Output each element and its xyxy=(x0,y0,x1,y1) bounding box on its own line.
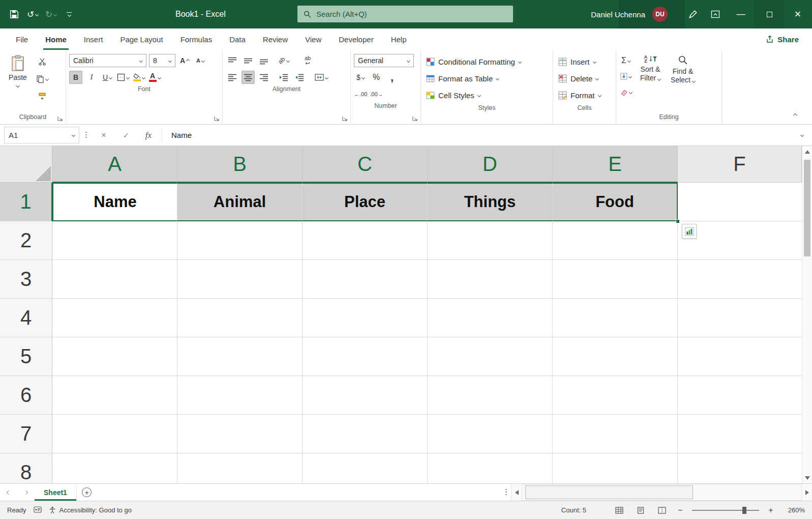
grid-cell[interactable] xyxy=(553,337,678,376)
tab-formulas[interactable]: Formulas xyxy=(172,28,221,50)
vertical-scrollbar[interactable] xyxy=(802,146,812,483)
cancel-entry-button[interactable]: × xyxy=(93,125,115,146)
grid-cell[interactable] xyxy=(303,337,428,376)
increase-decimal-button[interactable]: ←.00 xyxy=(354,88,367,101)
next-sheet-button[interactable] xyxy=(17,484,35,501)
search-input[interactable] xyxy=(316,10,507,18)
zoom-out-button[interactable]: − xyxy=(677,506,684,515)
row-header-2[interactable]: 2 xyxy=(0,221,52,260)
borders-button[interactable] xyxy=(116,71,130,84)
quick-analysis-button[interactable] xyxy=(682,224,697,239)
grid-cell[interactable] xyxy=(553,299,678,337)
cut-button[interactable] xyxy=(36,55,49,68)
cell-B1[interactable]: Animal xyxy=(177,183,303,221)
cell-E1[interactable]: Food xyxy=(553,183,678,221)
clipboard-dialog-launcher[interactable] xyxy=(57,114,64,121)
ribbon-display-options-button[interactable] xyxy=(704,0,727,28)
customize-quick-access-button[interactable] xyxy=(61,4,77,24)
accounting-format-button[interactable]: $ xyxy=(354,71,367,84)
orientation-button[interactable]: ab xyxy=(277,54,290,67)
grid-cell[interactable] xyxy=(678,299,802,337)
grid-cell[interactable] xyxy=(303,299,428,337)
column-header-D[interactable]: D xyxy=(428,146,553,183)
grid-cell[interactable] xyxy=(678,453,802,483)
percent-style-button[interactable]: % xyxy=(370,71,383,84)
cell-A1[interactable]: Name xyxy=(52,183,177,221)
collapse-ribbon-button[interactable] xyxy=(791,112,800,119)
decrease-indent-button[interactable] xyxy=(277,71,290,84)
fill-color-button[interactable] xyxy=(132,71,145,84)
insert-function-button[interactable]: fx xyxy=(137,125,160,146)
row-header-6[interactable]: 6 xyxy=(0,376,52,415)
grid-cell[interactable] xyxy=(52,221,177,260)
accessibility-status[interactable]: Accessibility: Good to go xyxy=(49,506,132,514)
grid-cell[interactable] xyxy=(553,453,678,483)
row-header-3[interactable]: 3 xyxy=(0,260,52,299)
increase-font-size-button[interactable]: A xyxy=(178,54,191,67)
decrease-font-size-button[interactable]: A xyxy=(194,54,207,67)
vertical-scroll-track[interactable] xyxy=(802,157,812,472)
bottom-align-button[interactable] xyxy=(257,54,270,67)
formula-bar-handle[interactable] xyxy=(79,125,93,146)
align-right-button[interactable] xyxy=(257,71,270,84)
grid-cell[interactable] xyxy=(428,221,553,260)
number-dialog-launcher[interactable] xyxy=(412,114,418,121)
grid-cell[interactable] xyxy=(52,299,177,337)
row-header-4[interactable]: 4 xyxy=(0,299,52,337)
new-sheet-button[interactable]: + xyxy=(77,484,97,501)
macro-record-button[interactable] xyxy=(34,506,42,514)
cell-D1[interactable]: Things xyxy=(428,183,553,221)
grid-cell[interactable] xyxy=(428,415,553,453)
undo-button[interactable]: ↺ xyxy=(24,4,41,24)
previous-sheet-button[interactable] xyxy=(0,484,17,501)
grid-cell[interactable] xyxy=(553,221,678,260)
tab-help[interactable]: Help xyxy=(382,28,415,50)
grid-cell[interactable] xyxy=(553,415,678,453)
row-header-5[interactable]: 5 xyxy=(0,337,52,376)
decrease-decimal-button[interactable]: .00→ xyxy=(370,88,383,101)
insert-cells-button[interactable]: Insert xyxy=(556,54,613,69)
grid-cell[interactable] xyxy=(177,376,303,415)
column-header-F[interactable]: F xyxy=(678,146,802,183)
sort-filter-button[interactable]: A Z Sort & Filter xyxy=(636,54,665,82)
font-dialog-launcher[interactable] xyxy=(214,114,220,121)
wrap-text-button[interactable]: ab↩ xyxy=(301,54,314,67)
number-format-select[interactable]: General xyxy=(354,54,414,67)
grid-cell[interactable] xyxy=(303,221,428,260)
comma-style-button[interactable]: , xyxy=(385,71,399,84)
grid-cell[interactable] xyxy=(303,376,428,415)
grid-cell[interactable] xyxy=(303,260,428,299)
horizontal-scroll-track[interactable] xyxy=(522,484,802,501)
clear-button[interactable] xyxy=(619,86,633,98)
scroll-right-button[interactable] xyxy=(802,484,812,501)
grid-cell[interactable] xyxy=(428,260,553,299)
zoom-in-button[interactable]: + xyxy=(767,506,774,515)
grid-cell[interactable] xyxy=(553,376,678,415)
column-header-C[interactable]: C xyxy=(303,146,428,183)
user-name[interactable]: Daniel Uchenna xyxy=(591,10,645,19)
grid-cell[interactable] xyxy=(52,376,177,415)
increase-indent-button[interactable] xyxy=(293,71,306,84)
alignment-dialog-launcher[interactable] xyxy=(342,114,348,121)
share-button[interactable]: Share xyxy=(766,28,799,50)
grid-cell[interactable] xyxy=(428,337,553,376)
search-box[interactable] xyxy=(297,6,513,22)
copy-button[interactable] xyxy=(36,72,49,85)
tab-data[interactable]: Data xyxy=(221,28,254,50)
paste-button[interactable]: Paste xyxy=(3,54,33,87)
select-all-corner[interactable] xyxy=(0,146,52,183)
grid-cell[interactable] xyxy=(52,337,177,376)
grid-cell[interactable] xyxy=(177,415,303,453)
center-button[interactable] xyxy=(242,71,255,84)
grid-cell[interactable] xyxy=(428,376,553,415)
formula-input[interactable]: Name xyxy=(164,125,792,146)
tab-review[interactable]: Review xyxy=(254,28,296,50)
avatar[interactable]: DU xyxy=(652,7,668,22)
zoom-level[interactable]: 260% xyxy=(783,506,805,514)
expand-formula-bar-button[interactable] xyxy=(792,125,812,146)
row-header-8[interactable]: 8 xyxy=(0,453,52,483)
cell-styles-button[interactable]: Cell Styles xyxy=(424,88,550,103)
grid-cell[interactable] xyxy=(428,299,553,337)
tab-insert[interactable]: Insert xyxy=(75,28,112,50)
conditional-formatting-button[interactable]: Conditional Formatting xyxy=(424,54,550,69)
